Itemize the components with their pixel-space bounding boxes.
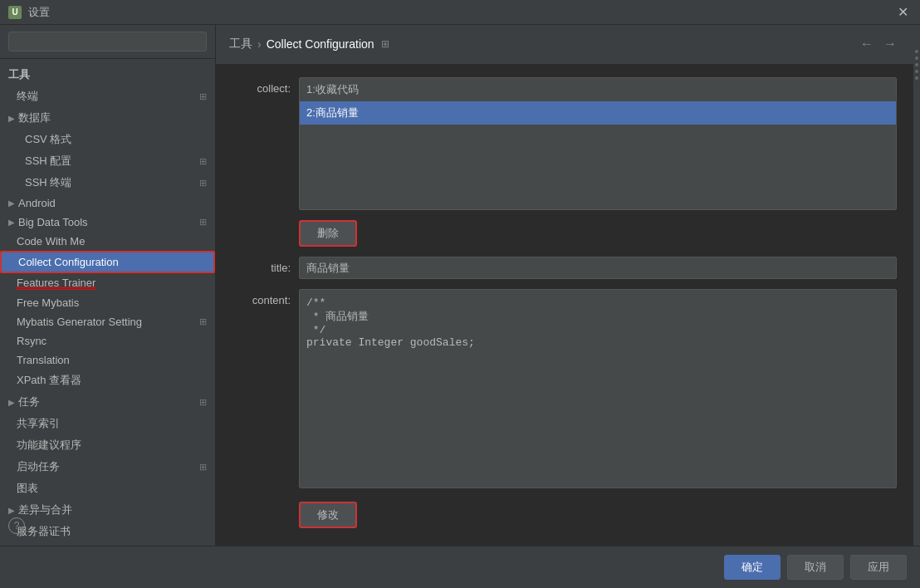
pin-icon-start: ⊞ bbox=[199, 462, 207, 473]
translation-label: Translation bbox=[17, 354, 70, 366]
strip-dot-3 bbox=[915, 63, 918, 66]
pin-icon-tasks: ⊞ bbox=[199, 397, 207, 408]
sidebar-item-tasks[interactable]: ▶ 任务 ⊞ bbox=[0, 391, 215, 413]
breadcrumb: 工具 › Collect Configuration ⊞ bbox=[229, 37, 857, 51]
list-item-1[interactable]: 1:收藏代码 bbox=[300, 78, 896, 101]
arrow-icon: ▶ bbox=[8, 114, 15, 123]
sidebar-item-ssh-config[interactable]: SSH 配置 ⊞ bbox=[0, 150, 215, 172]
content-label: content: bbox=[232, 289, 291, 306]
content-area: 工具 › Collect Configuration ⊞ ← → collect… bbox=[216, 25, 913, 546]
title-input[interactable] bbox=[299, 257, 897, 279]
sidebar-item-bigdata[interactable]: ▶ Big Data Tools ⊞ bbox=[0, 213, 215, 232]
breadcrumb-separator: › bbox=[257, 37, 262, 51]
content-row: content: /** * 商品销量 */ private Integer g… bbox=[232, 289, 897, 492]
title-row: title: bbox=[232, 257, 897, 279]
sidebar-item-codewithme[interactable]: Code With Me bbox=[0, 232, 215, 251]
diffmerge-arrow: ▶ bbox=[8, 506, 15, 515]
help-button[interactable]: ? bbox=[8, 517, 25, 534]
app-icon: U bbox=[8, 6, 22, 19]
funcsuggestion-label: 功能建议程序 bbox=[17, 438, 81, 453]
sidebar-item-freemybatis[interactable]: Free Mybatis bbox=[0, 293, 215, 312]
sidebar-item-collectconfig[interactable]: Collect Configuration bbox=[0, 251, 215, 273]
right-strip bbox=[913, 25, 920, 546]
sidebar-item-sharedindex[interactable]: 共享索引 bbox=[0, 413, 215, 434]
sidebar-item-translation[interactable]: Translation bbox=[0, 350, 215, 370]
breadcrumb-root: 工具 bbox=[229, 37, 252, 51]
sidebar-item-ssh-terminal[interactable]: SSH 终端 ⊞ bbox=[0, 172, 215, 194]
confirm-button[interactable]: 确定 bbox=[724, 555, 781, 580]
collect-listbox[interactable]: 1:收藏代码 2:商品销量 bbox=[299, 77, 897, 210]
codewithme-label: Code With Me bbox=[17, 235, 85, 247]
tasks-arrow: ▶ bbox=[8, 398, 15, 407]
sidebar-item-featurestrainer[interactable]: Features Trainer bbox=[0, 273, 215, 293]
terminal-label: 终端 bbox=[17, 89, 38, 104]
search-box bbox=[0, 25, 215, 59]
mybatisgenerator-label: Mybatis Generator Setting bbox=[17, 316, 142, 328]
nav-forward-button[interactable]: → bbox=[880, 35, 900, 53]
modify-button-row: 修改 bbox=[232, 502, 897, 528]
pin-icon: ⊞ bbox=[199, 91, 207, 102]
content-textarea[interactable]: /** * 商品销量 */ private Integer goodSales; bbox=[299, 289, 897, 488]
tools-section-header: 工具 bbox=[0, 64, 215, 86]
sidebar: 工具 终端 ⊞ ▶ 数据库 CSV 格式 SSH 配置 ⊞ SSH 终端 bbox=[0, 25, 216, 546]
title-label: title: bbox=[232, 257, 291, 274]
nav-back-button[interactable]: ← bbox=[857, 35, 877, 53]
sharedindex-label: 共享索引 bbox=[17, 416, 60, 431]
nav-arrows: ← → bbox=[857, 35, 900, 53]
strip-dot-2 bbox=[915, 56, 918, 60]
sidebar-item-charts[interactable]: 图表 bbox=[0, 478, 215, 499]
collect-field: 1:收藏代码 2:商品销量 bbox=[299, 77, 897, 210]
android-label: Android bbox=[18, 197, 56, 209]
sidebar-content: 工具 终端 ⊞ ▶ 数据库 CSV 格式 SSH 配置 ⊞ SSH 终端 bbox=[0, 59, 215, 546]
strip-dot-1 bbox=[915, 50, 918, 53]
freemybatis-label: Free Mybatis bbox=[17, 296, 79, 309]
pin-icon-bigdata: ⊞ bbox=[199, 217, 207, 228]
sidebar-item-database[interactable]: ▶ 数据库 bbox=[0, 107, 215, 129]
sidebar-item-servercert[interactable]: 服务器证书 bbox=[0, 521, 215, 542]
bigdata-arrow: ▶ bbox=[8, 218, 15, 227]
ssh-config-label: SSH 配置 bbox=[25, 154, 71, 169]
delete-button-field: 删除 bbox=[299, 220, 897, 247]
sidebar-item-mybatisgenerator[interactable]: Mybatis Generator Setting ⊞ bbox=[0, 312, 215, 331]
window-title: 设置 bbox=[28, 5, 894, 20]
collect-row: collect: 1:收藏代码 2:商品销量 bbox=[232, 77, 897, 210]
content-header: 工具 › Collect Configuration ⊞ ← → bbox=[216, 25, 913, 64]
database-label: 数据库 bbox=[18, 110, 51, 125]
sidebar-item-diffmerge[interactable]: ▶ 差异与合并 bbox=[0, 499, 215, 521]
title-field bbox=[299, 257, 897, 279]
charts-label: 图表 bbox=[17, 481, 38, 496]
featurestrainer-label: Features Trainer bbox=[17, 277, 95, 290]
csv-label: CSV 格式 bbox=[25, 132, 71, 147]
sidebar-item-xpath[interactable]: XPath 查看器 bbox=[0, 370, 215, 391]
sidebar-item-starttask[interactable]: 启动任务 ⊞ bbox=[0, 456, 215, 478]
modify-button[interactable]: 修改 bbox=[299, 502, 357, 528]
sidebar-item-csv[interactable]: CSV 格式 bbox=[0, 129, 215, 150]
diffmerge-label: 差异与合并 bbox=[18, 502, 72, 517]
collect-label: collect: bbox=[232, 77, 291, 95]
title-bar: U 设置 ✕ bbox=[0, 0, 920, 25]
strip-dot-4 bbox=[915, 70, 918, 73]
sidebar-item-terminal[interactable]: 终端 ⊞ bbox=[0, 86, 215, 107]
modify-button-field: 修改 bbox=[299, 502, 897, 528]
content-field: /** * 商品销量 */ private Integer goodSales; bbox=[299, 289, 897, 492]
search-input[interactable] bbox=[8, 32, 207, 51]
pin-icon-ssh: ⊞ bbox=[199, 156, 207, 167]
pin-icon-ssh-terminal: ⊞ bbox=[199, 178, 207, 189]
cancel-button[interactable]: 取消 bbox=[787, 555, 844, 580]
delete-button-row: 删除 bbox=[232, 220, 897, 247]
apply-button[interactable]: 应用 bbox=[850, 555, 907, 580]
sidebar-item-funcsuggestion[interactable]: 功能建议程序 bbox=[0, 434, 215, 456]
bigdata-label: Big Data Tools bbox=[18, 216, 88, 228]
sidebar-item-android[interactable]: ▶ Android bbox=[0, 194, 215, 213]
sidebar-item-rsync[interactable]: Rsync bbox=[0, 331, 215, 350]
xpath-label: XPath 查看器 bbox=[17, 373, 81, 388]
pin-icon-mybatis: ⊞ bbox=[199, 316, 207, 327]
header-pin-icon: ⊞ bbox=[381, 38, 389, 50]
delete-button[interactable]: 删除 bbox=[299, 220, 357, 247]
list-item-2[interactable]: 2:商品销量 bbox=[300, 101, 896, 125]
strip-dot-5 bbox=[915, 76, 918, 80]
footer: 确定 取消 应用 bbox=[0, 546, 920, 588]
ssh-terminal-label: SSH 终端 bbox=[25, 175, 71, 190]
close-button[interactable]: ✕ bbox=[894, 4, 912, 20]
rsync-label: Rsync bbox=[17, 335, 46, 347]
